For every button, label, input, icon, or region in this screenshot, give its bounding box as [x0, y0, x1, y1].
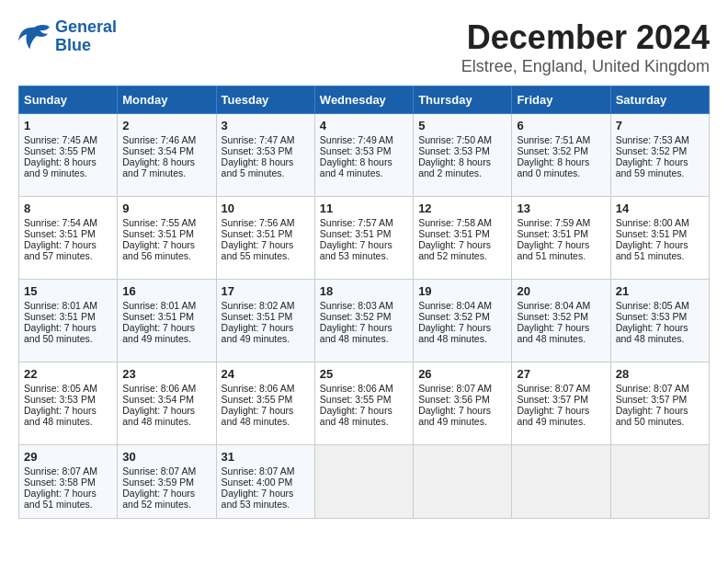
daylight-label: Daylight: 7 hours and 48 minutes.	[222, 405, 294, 427]
daylight-label: Daylight: 7 hours and 51 minutes.	[616, 239, 688, 261]
calendar-week-4: 22 Sunrise: 8:05 AM Sunset: 3:53 PM Dayl…	[19, 362, 710, 445]
day-number: 3	[222, 119, 310, 132]
sunset-label: Sunset: 3:57 PM	[517, 394, 588, 405]
sunset-label: Sunset: 3:55 PM	[320, 394, 392, 405]
day-number: 19	[418, 284, 506, 298]
calendar-cell: 26 Sunrise: 8:07 AM Sunset: 3:56 PM Dayl…	[414, 362, 512, 445]
calendar-cell: 28 Sunrise: 8:07 AM Sunset: 3:57 PM Dayl…	[610, 362, 709, 445]
sunrise-label: Sunrise: 7:56 AM	[222, 217, 295, 228]
daylight-label: Daylight: 7 hours and 48 minutes.	[320, 405, 392, 427]
daylight-label: Daylight: 7 hours and 51 minutes.	[24, 488, 97, 510]
calendar-cell: 20 Sunrise: 8:04 AM Sunset: 3:52 PM Dayl…	[512, 280, 610, 362]
sunset-label: Sunset: 3:51 PM	[222, 228, 293, 239]
calendar-cell: 3 Sunrise: 7:47 AM Sunset: 3:53 PM Dayli…	[216, 114, 314, 197]
header-row: SundayMondayTuesdayWednesdayThursdayFrid…	[19, 86, 710, 114]
calendar-cell: 30 Sunrise: 8:07 AM Sunset: 3:59 PM Dayl…	[118, 445, 216, 519]
sunset-label: Sunset: 3:54 PM	[122, 145, 194, 156]
daylight-label: Daylight: 7 hours and 53 minutes.	[320, 239, 392, 261]
sunrise-label: Sunrise: 8:07 AM	[418, 383, 492, 394]
daylight-label: Daylight: 7 hours and 48 minutes.	[418, 322, 491, 344]
sunrise-label: Sunrise: 8:00 AM	[616, 217, 689, 228]
day-number: 1	[24, 119, 112, 132]
sunset-label: Sunset: 3:52 PM	[517, 311, 588, 322]
day-number: 16	[122, 284, 210, 298]
day-number: 21	[616, 284, 704, 298]
calendar-cell	[414, 445, 512, 519]
day-number: 24	[222, 367, 310, 381]
sunrise-label: Sunrise: 8:04 AM	[418, 300, 492, 311]
daylight-label: Daylight: 7 hours and 48 minutes.	[517, 322, 589, 344]
sunset-label: Sunset: 3:54 PM	[122, 394, 194, 405]
logo: General Blue	[18, 18, 117, 55]
header-sunday: Sunday	[19, 86, 118, 114]
calendar-body: 1 Sunrise: 7:45 AM Sunset: 3:55 PM Dayli…	[19, 114, 710, 519]
daylight-label: Daylight: 7 hours and 49 minutes.	[122, 322, 195, 344]
page-subtitle: Elstree, England, United Kingdom	[461, 57, 710, 76]
day-number: 30	[122, 450, 210, 464]
day-number: 15	[24, 284, 112, 298]
calendar-cell: 27 Sunrise: 8:07 AM Sunset: 3:57 PM Dayl…	[512, 362, 610, 445]
day-number: 6	[517, 119, 605, 132]
sunset-label: Sunset: 3:51 PM	[122, 228, 194, 239]
sunset-label: Sunset: 3:56 PM	[418, 394, 490, 405]
day-number: 17	[222, 284, 310, 298]
daylight-label: Daylight: 7 hours and 50 minutes.	[616, 405, 688, 427]
daylight-label: Daylight: 7 hours and 49 minutes.	[517, 405, 589, 427]
header-monday: Monday	[118, 86, 216, 114]
daylight-label: Daylight: 7 hours and 48 minutes.	[616, 322, 688, 344]
daylight-label: Daylight: 8 hours and 0 minutes.	[517, 156, 589, 178]
sunrise-label: Sunrise: 7:47 AM	[222, 134, 295, 145]
sunset-label: Sunset: 3:55 PM	[24, 145, 96, 156]
calendar-cell: 13 Sunrise: 7:59 AM Sunset: 3:51 PM Dayl…	[512, 197, 610, 280]
sunset-label: Sunset: 3:52 PM	[320, 311, 392, 322]
sunrise-label: Sunrise: 8:01 AM	[122, 300, 196, 311]
day-number: 10	[222, 201, 310, 215]
page-header: General Blue December 2024 Elstree, Engl…	[18, 18, 710, 76]
day-number: 20	[517, 284, 605, 298]
daylight-label: Daylight: 7 hours and 53 minutes.	[222, 488, 294, 510]
daylight-label: Daylight: 7 hours and 48 minutes.	[122, 405, 195, 427]
calendar-cell: 2 Sunrise: 7:46 AM Sunset: 3:54 PM Dayli…	[118, 114, 216, 197]
sunset-label: Sunset: 3:52 PM	[616, 145, 688, 156]
calendar-cell: 14 Sunrise: 8:00 AM Sunset: 3:51 PM Dayl…	[610, 197, 709, 280]
day-number: 22	[24, 367, 112, 381]
sunrise-label: Sunrise: 8:06 AM	[320, 383, 393, 394]
sunrise-label: Sunrise: 7:59 AM	[517, 217, 590, 228]
page-title: December 2024	[461, 18, 710, 57]
sunset-label: Sunset: 3:51 PM	[24, 228, 96, 239]
logo-icon	[18, 23, 51, 51]
sunset-label: Sunset: 4:00 PM	[222, 477, 293, 488]
daylight-label: Daylight: 7 hours and 56 minutes.	[122, 239, 195, 261]
sunset-label: Sunset: 3:53 PM	[24, 394, 96, 405]
sunrise-label: Sunrise: 8:05 AM	[616, 300, 689, 311]
sunrise-label: Sunrise: 7:46 AM	[122, 134, 196, 145]
logo-text: General Blue	[55, 18, 117, 55]
day-number: 4	[320, 119, 408, 132]
sunrise-label: Sunrise: 8:05 AM	[24, 383, 97, 394]
sunset-label: Sunset: 3:52 PM	[418, 311, 490, 322]
sunset-label: Sunset: 3:51 PM	[122, 311, 194, 322]
sunset-label: Sunset: 3:51 PM	[616, 228, 688, 239]
calendar-cell: 10 Sunrise: 7:56 AM Sunset: 3:51 PM Dayl…	[216, 197, 314, 280]
header-wednesday: Wednesday	[314, 86, 413, 114]
daylight-label: Daylight: 8 hours and 9 minutes.	[24, 156, 97, 178]
calendar-cell	[610, 445, 709, 519]
calendar-cell: 12 Sunrise: 7:58 AM Sunset: 3:51 PM Dayl…	[414, 197, 512, 280]
sunrise-label: Sunrise: 8:04 AM	[517, 300, 590, 311]
sunrise-label: Sunrise: 7:57 AM	[320, 217, 393, 228]
sunrise-label: Sunrise: 7:45 AM	[24, 134, 97, 145]
sunset-label: Sunset: 3:53 PM	[222, 145, 293, 156]
day-number: 12	[418, 201, 506, 215]
calendar-cell: 25 Sunrise: 8:06 AM Sunset: 3:55 PM Dayl…	[314, 362, 413, 445]
header-saturday: Saturday	[610, 86, 709, 114]
calendar-header: SundayMondayTuesdayWednesdayThursdayFrid…	[19, 86, 710, 114]
calendar-cell: 17 Sunrise: 8:02 AM Sunset: 3:51 PM Dayl…	[216, 280, 314, 362]
sunset-label: Sunset: 3:53 PM	[616, 311, 688, 322]
daylight-label: Daylight: 7 hours and 52 minutes.	[122, 488, 195, 510]
calendar-cell: 5 Sunrise: 7:50 AM Sunset: 3:53 PM Dayli…	[414, 114, 512, 197]
sunset-label: Sunset: 3:51 PM	[222, 311, 293, 322]
header-friday: Friday	[512, 86, 610, 114]
calendar-week-5: 29 Sunrise: 8:07 AM Sunset: 3:58 PM Dayl…	[19, 445, 710, 519]
daylight-label: Daylight: 7 hours and 57 minutes.	[24, 239, 97, 261]
calendar-cell: 1 Sunrise: 7:45 AM Sunset: 3:55 PM Dayli…	[19, 114, 118, 197]
